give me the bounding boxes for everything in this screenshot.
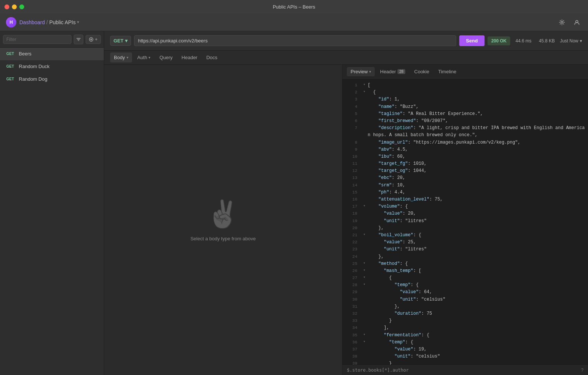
line-number: 33 [345, 317, 357, 324]
sidebar-item-random-duck[interactable]: GET Random Duck [0, 60, 104, 73]
line-number: 12 [345, 167, 357, 174]
wave-icon: ✌️ [206, 198, 240, 230]
json-line-content: "boil_volume": { [368, 232, 585, 239]
filter-input[interactable] [3, 35, 71, 44]
fold-button[interactable]: ▾ [362, 267, 367, 273]
method-select[interactable]: GET ▾ [110, 36, 131, 46]
user-button[interactable] [572, 17, 582, 28]
json-line: 3 "id": 1, [342, 96, 588, 103]
json-line-content: "target_fg": 1010, [368, 160, 585, 167]
request-area: GET ▾ Send 200 OK 44.6 ms 45.8 KB Just N… [104, 31, 588, 375]
line-number: 23 [345, 246, 357, 253]
filter-input-wrap [3, 35, 71, 44]
json-line-content: "temp": { [368, 282, 585, 289]
chevron-down-icon[interactable]: ▾ [77, 20, 79, 25]
json-line: 15 "ph": 4.4, [342, 189, 588, 196]
help-icon[interactable]: ? [581, 368, 584, 373]
json-line-content: "fermentation": { [368, 332, 585, 339]
response-tabs: Preview ▾ Header 28 Cookie Timeline [342, 65, 588, 79]
resp-tab-preview[interactable]: Preview ▾ [347, 67, 375, 76]
line-number: 11 [345, 160, 357, 167]
json-line-content: "method": { [368, 260, 585, 267]
tab-docs[interactable]: Docs [202, 52, 221, 62]
close-button[interactable] [4, 4, 9, 9]
json-line-content: "temp": { [368, 339, 585, 346]
json-line: 11 "target_fg": 1010, [342, 160, 588, 167]
fold-button[interactable]: ▾ [362, 260, 367, 266]
json-line: 34 ], [342, 324, 588, 331]
json-line-content: "abv": 4.5, [368, 146, 585, 153]
fold-button[interactable]: ▾ [362, 82, 367, 88]
json-line-content: { [368, 275, 585, 282]
fold-button[interactable]: ▾ [362, 275, 367, 281]
line-number: 31 [345, 303, 357, 310]
json-line-content: "id": 1, [368, 96, 585, 103]
line-number: 16 [345, 196, 357, 203]
titlebar: Public APIs – Beers [0, 0, 588, 13]
json-line: 27▾ { [342, 275, 588, 282]
json-viewer[interactable]: 1▾[2▾ {3 "id": 1,4 "name": "Buzz",5 "tag… [342, 79, 588, 365]
json-line-content: "description": "A light, crisp and bitte… [368, 125, 585, 139]
fold-button[interactable]: ▾ [362, 282, 367, 288]
breadcrumb-project[interactable]: Public APIs [49, 19, 76, 25]
json-line: 19 "unit": "litres" [342, 218, 588, 225]
line-number: 14 [345, 182, 357, 189]
json-line: 17▾ "volume": { [342, 203, 588, 210]
add-request-button[interactable]: + [86, 35, 101, 44]
svg-point-1 [576, 20, 578, 23]
url-input[interactable] [134, 35, 456, 46]
settings-button[interactable] [557, 17, 567, 28]
fold-button[interactable]: ▾ [362, 203, 367, 209]
line-number: 7 [345, 125, 357, 132]
tab-header[interactable]: Header [178, 52, 201, 62]
fold-button[interactable]: ▾ [362, 339, 367, 345]
tab-query[interactable]: Query [156, 52, 176, 62]
sidebar-item-beers[interactable]: GET Beers [0, 48, 104, 60]
timestamp-badge[interactable]: Just Now ▾ [560, 38, 582, 44]
json-line: 36▾ "temp": { [342, 339, 588, 346]
breadcrumb-dashboard[interactable]: Dashboard [19, 19, 45, 25]
tab-auth-label: Auth [137, 55, 147, 60]
minimize-button[interactable] [12, 4, 17, 9]
sort-button[interactable] [74, 35, 83, 44]
line-number: 30 [345, 296, 357, 303]
resp-tab-header-label: Header [380, 69, 396, 74]
line-number: 37 [345, 346, 357, 353]
send-button[interactable]: Send [459, 35, 485, 46]
line-number: 17 [345, 203, 357, 210]
fold-button[interactable]: ▾ [362, 89, 367, 95]
json-line-content: "volume": { [368, 203, 585, 210]
json-line: 20 }, [342, 225, 588, 232]
json-line: 8 "image_url": "https://images.punkapi.c… [342, 139, 588, 146]
sidebar-item-random-dog[interactable]: GET Random Dog [0, 73, 104, 86]
method-badge-random-dog: GET [4, 76, 16, 82]
resp-tab-cookie-label: Cookie [414, 69, 429, 74]
url-bar: GET ▾ Send 200 OK 44.6 ms 45.8 KB Just N… [104, 31, 588, 51]
body-empty-state: ✌️ Select a body type from above [191, 198, 256, 241]
json-line: 2▾ { [342, 89, 588, 96]
tab-body[interactable]: Body ▾ [110, 52, 132, 62]
json-line: 16 "attenuation_level": 75, [342, 196, 588, 203]
tab-auth[interactable]: Auth ▾ [134, 52, 154, 62]
json-line: 4 "name": "Buzz", [342, 103, 588, 110]
json-line: 10 "ibu": 60, [342, 153, 588, 160]
line-number: 29 [345, 289, 357, 296]
fold-button[interactable]: ▾ [362, 332, 367, 338]
json-line: 9 "abv": 4.5, [342, 146, 588, 153]
fold-button[interactable]: ▾ [362, 232, 367, 238]
line-number: 4 [345, 103, 357, 110]
maximize-button[interactable] [19, 4, 24, 9]
line-number: 8 [345, 139, 357, 146]
json-line-content: "ebc": 20, [368, 174, 585, 182]
json-line: 1▾[ [342, 82, 588, 89]
json-line: 30 "unit": "celsius" [342, 296, 588, 303]
resp-tab-cookie[interactable]: Cookie [410, 67, 433, 76]
json-line: 6 "first_brewed": "09/2007", [342, 118, 588, 125]
resp-tab-timeline[interactable]: Timeline [434, 67, 460, 76]
json-line-content: "duration": 75 [368, 310, 585, 317]
topnav-left: H Dashboard / Public APIs ▾ [6, 17, 79, 28]
json-line-content: "unit": "celsius" [368, 353, 585, 360]
json-line-content: "mash_temp": [ [368, 267, 585, 275]
resp-tab-header[interactable]: Header 28 [376, 67, 409, 76]
method-badge-beers: GET [4, 51, 16, 57]
